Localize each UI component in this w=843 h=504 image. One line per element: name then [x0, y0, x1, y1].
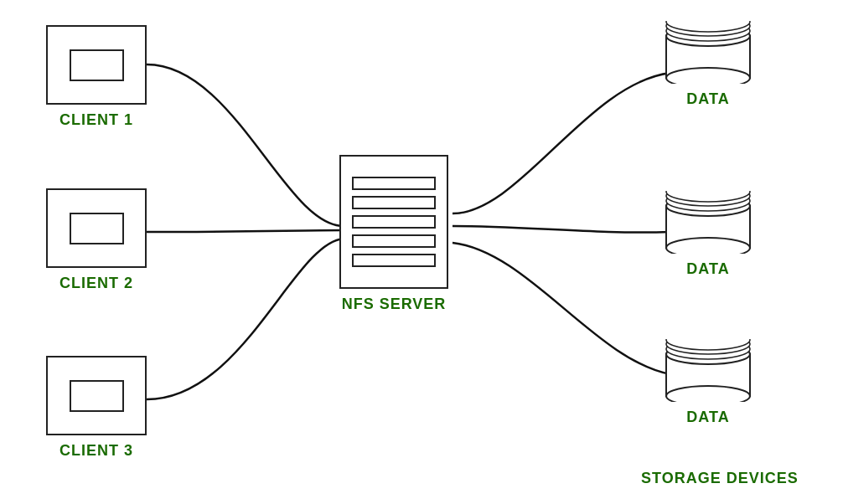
- nfs-server-node: NFS SERVER: [339, 155, 448, 313]
- storage1-label: DATA: [686, 90, 729, 108]
- svg-point-1: [666, 68, 750, 84]
- storage2-icon: [662, 191, 754, 254]
- server-slot-5: [352, 254, 436, 267]
- server-slot-4: [352, 234, 436, 248]
- storage3-icon: [662, 339, 754, 402]
- client3-screen: [70, 380, 124, 412]
- client2-label: CLIENT 2: [59, 275, 133, 292]
- client3-node: CLIENT 3: [46, 356, 147, 460]
- client1-node: CLIENT 1: [46, 25, 147, 129]
- client1-screen: [70, 49, 124, 81]
- diagram-container: CLIENT 1 CLIENT 2 CLIENT 3 NFS SERVER: [0, 0, 843, 504]
- server-slot-1: [352, 177, 436, 190]
- svg-point-7: [666, 238, 750, 254]
- server-slot-3: [352, 215, 436, 229]
- storage-devices-group-label: STORAGE DEVICES: [641, 470, 799, 487]
- storage3-node: DATA: [662, 339, 754, 426]
- storage2-label: DATA: [686, 260, 729, 278]
- storage1-node: DATA: [662, 21, 754, 108]
- storage1-icon: [662, 21, 754, 84]
- svg-point-13: [666, 386, 750, 402]
- storage3-label: DATA: [686, 409, 729, 426]
- nfs-server-label: NFS SERVER: [342, 296, 447, 313]
- client3-label: CLIENT 3: [59, 442, 133, 460]
- storage2-node: DATA: [662, 191, 754, 278]
- server-slot-2: [352, 196, 436, 209]
- client3-icon: [46, 356, 147, 435]
- client2-node: CLIENT 2: [46, 188, 147, 292]
- client2-icon: [46, 188, 147, 268]
- client2-screen: [70, 213, 124, 244]
- client1-label: CLIENT 1: [59, 111, 133, 129]
- client1-icon: [46, 25, 147, 105]
- nfs-server-icon: [339, 155, 448, 289]
